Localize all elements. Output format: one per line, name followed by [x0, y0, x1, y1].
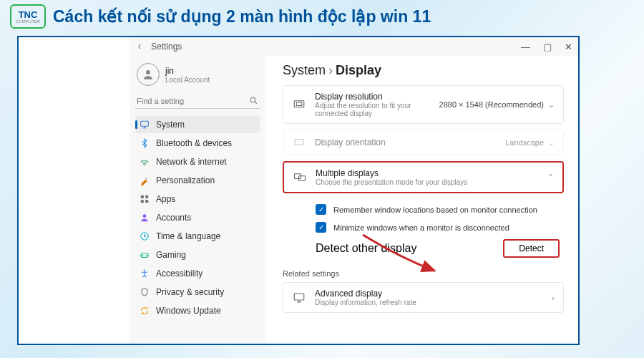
- sidebar-item-net[interactable]: Network & internet: [135, 153, 260, 170]
- sidebar-item-label: Windows Update: [156, 306, 221, 316]
- breadcrumb-root[interactable]: System: [283, 63, 326, 77]
- close-button[interactable]: ✕: [565, 42, 572, 52]
- sidebar-item-label: Accounts: [156, 213, 191, 223]
- main-content: System›Display Display resolutionAdjust …: [265, 56, 578, 344]
- checkbox-checked-icon[interactable]: ✓: [316, 222, 326, 233]
- access-icon: [140, 268, 150, 279]
- resolution-title: Display resolution: [315, 92, 431, 102]
- user-type: Local Account: [165, 76, 210, 84]
- minimize-windows-option[interactable]: ✓Minimize windows when a monitor is disc…: [316, 218, 560, 236]
- monitor-icon: [292, 291, 306, 304]
- search-input[interactable]: [137, 97, 237, 105]
- sidebar: jinLocal Account SystemBluetooth & devic…: [130, 56, 265, 344]
- resolution-value[interactable]: 2880 × 1548 (Recommended)⌄: [439, 100, 555, 110]
- chevron-up-icon[interactable]: ⌃: [547, 173, 554, 182]
- multiple-displays-options: ✓Remember window locations based on moni…: [283, 199, 564, 263]
- sidebar-item-priv[interactable]: Privacy & security: [135, 284, 260, 301]
- bt-icon: [140, 138, 150, 148]
- sidebar-item-label: Personalization: [156, 175, 215, 185]
- sidebar-item-label: Network & internet: [156, 157, 227, 167]
- related-settings-header: Related settings: [283, 263, 564, 282]
- avatar-icon: [137, 63, 160, 86]
- multiple-displays-card[interactable]: Multiple displaysChoose the presentation…: [283, 161, 564, 193]
- net-icon: [140, 157, 150, 167]
- sidebar-item-label: Accessibility: [156, 268, 203, 279]
- breadcrumb: System›Display: [283, 63, 564, 78]
- advanced-display-card[interactable]: Advanced displayDisplay information, ref…: [283, 282, 564, 313]
- apps-icon: [140, 194, 150, 204]
- titlebar: Settings — ▢ ✕: [130, 37, 578, 56]
- sidebar-item-label: Apps: [156, 194, 175, 204]
- svg-point-1: [250, 97, 255, 102]
- orientation-icon: [292, 136, 306, 149]
- search-icon: [249, 96, 258, 105]
- sidebar-item-bt[interactable]: Bluetooth & devices: [135, 135, 260, 152]
- detect-label: Detect other display: [316, 242, 416, 255]
- pers-icon: [140, 175, 150, 185]
- sidebar-item-acct[interactable]: Accounts: [135, 209, 260, 226]
- svg-point-0: [146, 70, 150, 74]
- sidebar-item-label: Gaming: [156, 250, 186, 260]
- advanced-display-desc: Display information, refresh rate: [315, 299, 543, 306]
- svg-point-11: [145, 255, 147, 256]
- chevron-down-icon: ⌄: [548, 100, 555, 110]
- detect-button[interactable]: Detect: [503, 239, 560, 258]
- sidebar-item-time[interactable]: Time & language: [135, 228, 260, 245]
- multiple-displays-desc: Choose the presentation mode for your di…: [316, 178, 539, 186]
- resolution-icon: [292, 98, 306, 111]
- svg-point-3: [144, 165, 145, 166]
- tnc-logo: TNCCOMPUTER: [10, 4, 46, 29]
- display-orientation-card: Display orientation Landscape⌄: [283, 130, 564, 155]
- sidebar-item-pers[interactable]: Personalization: [135, 172, 260, 189]
- sidebar-item-label: Bluetooth & devices: [156, 138, 232, 148]
- sidebar-item-label: Privacy & security: [156, 287, 224, 297]
- svg-point-12: [144, 270, 145, 271]
- user-name: jin: [165, 66, 210, 76]
- user-profile[interactable]: jinLocal Account: [135, 60, 260, 93]
- advanced-display-title: Advanced display: [315, 289, 543, 299]
- settings-window: Settings — ▢ ✕ jinLocal Account SystemBl…: [130, 37, 578, 344]
- sidebar-item-access[interactable]: Accessibility: [135, 265, 260, 282]
- multiple-displays-icon: [293, 171, 307, 184]
- sidebar-item-label: Time & language: [156, 231, 220, 241]
- maximize-button[interactable]: ▢: [543, 42, 552, 52]
- screenshot-frame: Settings — ▢ ✕ jinLocal Account SystemBl…: [17, 36, 580, 345]
- svg-rect-6: [141, 200, 144, 203]
- minimize-button[interactable]: —: [521, 42, 530, 52]
- breadcrumb-current: Display: [336, 63, 381, 77]
- orientation-value: Landscape⌄: [505, 138, 555, 147]
- search-box[interactable]: [135, 93, 260, 109]
- resolution-desc: Adjust the resolution to fit your connec…: [315, 102, 431, 117]
- multiple-displays-title: Multiple displays: [316, 168, 539, 178]
- sidebar-item-upd[interactable]: Windows Update: [135, 302, 260, 319]
- sidebar-nav: SystemBluetooth & devicesNetwork & inter…: [135, 116, 260, 319]
- sidebar-item-apps[interactable]: Apps: [135, 190, 260, 208]
- acct-icon: [140, 213, 150, 223]
- chevron-right-icon: ›: [552, 294, 555, 302]
- svg-rect-18: [294, 294, 304, 300]
- time-icon: [140, 231, 150, 241]
- sidebar-item-game[interactable]: Gaming: [135, 246, 260, 263]
- remember-locations-option[interactable]: ✓Remember window locations based on moni…: [316, 200, 560, 218]
- orientation-title: Display orientation: [315, 137, 497, 147]
- sidebar-item-system[interactable]: System: [135, 116, 260, 133]
- svg-rect-13: [294, 101, 304, 107]
- article-title: Cách kết nối sử dụng 2 màn hình độc lập …: [53, 7, 431, 26]
- window-title: Settings: [151, 42, 182, 52]
- svg-rect-15: [295, 140, 303, 145]
- svg-rect-5: [145, 195, 148, 198]
- sidebar-item-label: System: [156, 120, 185, 130]
- back-icon[interactable]: [135, 42, 144, 51]
- svg-point-8: [143, 214, 147, 218]
- checkbox-checked-icon[interactable]: ✓: [316, 204, 326, 215]
- priv-icon: [140, 287, 150, 297]
- display-resolution-card[interactable]: Display resolutionAdjust the resolution …: [283, 85, 564, 124]
- svg-rect-4: [141, 195, 144, 198]
- game-icon: [140, 250, 150, 260]
- svg-rect-7: [145, 200, 148, 203]
- system-icon: [140, 120, 150, 130]
- svg-rect-14: [296, 102, 302, 106]
- upd-icon: [140, 306, 150, 316]
- svg-rect-2: [141, 121, 149, 126]
